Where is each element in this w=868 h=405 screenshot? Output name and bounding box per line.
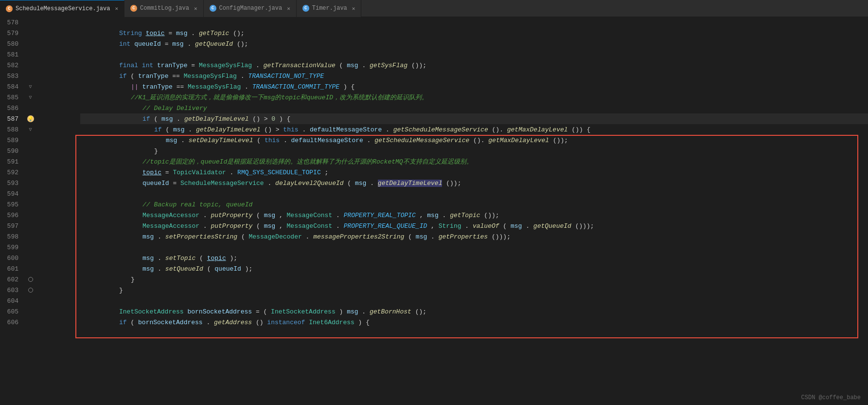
line-num-590: 590 <box>0 147 24 155</box>
gutter-icon-603 <box>24 288 36 293</box>
var-msg6: msg <box>166 137 177 144</box>
tab-close-1[interactable]: ✕ <box>115 5 118 12</box>
var-msg7: msg <box>355 180 366 187</box>
code-line-596: MessageAccessor . putProperty ( msg , Me… <box>80 210 868 221</box>
gutter-row-592: 592 <box>0 167 75 178</box>
comment-591: //topic是固定的，queueId是根据延迟级别选择的。这也就解释了为什么开… <box>142 158 473 166</box>
class-messagesysflag3: MessageSysFlag <box>188 83 241 91</box>
code-line-591: //topic是固定的，queueId是根据延迟级别选择的。这也就解释了为什么开… <box>80 156 868 167</box>
comment-k1: //K1_延识消息的实现方式，就是偷偷修改一下msg的topic和queueID… <box>131 94 428 101</box>
tab-config-manager[interactable]: C ConfigManager.java ✕ <box>204 0 297 17</box>
gutter-icon-587: 💡 <box>24 115 36 122</box>
var-msg: msg <box>176 30 187 37</box>
line-num-586: 586 <box>0 105 24 112</box>
var-bornsocketaddress2: bornSocketAddress <box>138 319 203 326</box>
keyword-if2: if <box>142 115 150 123</box>
class-topicvalidator: TopicValidator <box>173 169 226 176</box>
keyword-instanceof: instanceof <box>267 319 305 326</box>
gutter-row-599: 599 <box>0 242 75 253</box>
method-gettopic: getTopic <box>199 30 229 37</box>
line-num-601: 601 <box>0 265 24 273</box>
method-delaylevel2queueid: delayLevel2QueueId <box>275 180 343 187</box>
var-msg3: msg <box>347 62 358 69</box>
comment-backup: // Backup real topic, queueId <box>142 201 252 208</box>
code-line-600: msg . setTopic ( topic ); <box>80 253 868 263</box>
keyword-int2: int <box>142 62 153 69</box>
tab-icon-2: C <box>130 5 137 12</box>
line-num-595: 595 <box>0 201 24 208</box>
method-getqueueid: getQueueId <box>195 40 233 48</box>
code-line-606: if ( bornSocketAddress . getAddress () i… <box>80 317 868 328</box>
tab-schedule-message-service[interactable]: C ScheduleMessageService.java ✕ <box>0 0 124 17</box>
gutter-icon-588: ▽ <box>24 127 36 132</box>
method-gettransactionvalue: getTransactionValue <box>264 62 336 69</box>
var-msg14: msg <box>142 255 154 262</box>
lightbulb-icon-587[interactable]: 💡 <box>27 115 34 122</box>
var-msg2: msg <box>172 40 183 48</box>
method-setqueueid: setQueueId <box>165 265 203 273</box>
code-line-580: int queueId = msg . getQueueId (); <box>80 38 868 49</box>
breakpoint-circle-602[interactable] <box>28 277 33 282</box>
gutter-row-596: 596 <box>0 210 75 221</box>
line-num-600: 600 <box>0 255 24 262</box>
var-msg8: msg <box>264 212 275 219</box>
var-topic2: topic <box>142 169 161 176</box>
gutter-row-595: 595 <box>0 199 75 210</box>
tab-close-3[interactable]: ✕ <box>287 5 290 12</box>
var-trantype2: tranType <box>138 73 168 80</box>
gutter-row-584: 584 ▽ <box>0 81 75 92</box>
keyword-if4: if <box>119 319 127 326</box>
gutter-row-591: 591 <box>0 156 75 167</box>
method-getsysflag: getSysFlag <box>370 62 407 69</box>
line-num-602: 602 <box>0 276 24 283</box>
const-transaction-commit-type: TRANSACTION_COMMIT_TYPE <box>252 83 339 91</box>
keyword-if1: if <box>119 73 127 80</box>
code-content[interactable]: String topic = msg . getTopic (); int qu… <box>75 17 868 405</box>
gutter-row-578: 578 <box>0 17 75 28</box>
code-line-589: msg . setDelayTimeLevel ( this . default… <box>80 135 868 146</box>
line-num-579: 579 <box>0 30 24 37</box>
line-num-605: 605 <box>0 308 24 315</box>
class-messageaccessor1: MessageAccessor <box>142 212 199 219</box>
fold-arrow-588[interactable]: ▽ <box>29 127 32 132</box>
class-messageconst1: MessageConst <box>287 212 333 219</box>
var-queueid: queueId <box>134 40 161 48</box>
tab-close-4[interactable]: ✕ <box>352 5 355 12</box>
method-getmaxdelaylevel1: getMaxDelayLevel <box>507 126 568 133</box>
keyword-string: String <box>119 30 142 37</box>
line-num-585: 585 <box>0 94 24 101</box>
var-topic3: topic <box>207 255 226 262</box>
var-msg5: msg <box>173 126 184 133</box>
tab-icon-4: C <box>302 5 309 12</box>
class-messagesysflag: MessageSysFlag <box>199 62 252 69</box>
const-property-real-topic: PROPERTY_REAL_TOPIC <box>344 212 416 219</box>
tab-timer[interactable]: C Timer.java ✕ <box>297 0 362 17</box>
var-msg11: msg <box>511 222 522 230</box>
gutter-row-585: 585 ▽ <box>0 92 75 103</box>
code-line-593: queueId = ScheduleMessageService . delay… <box>80 178 868 188</box>
gutter-row-590: 590 <box>0 146 75 156</box>
code-line-583: if ( tranType == MessageSysFlag . TRANSA… <box>80 71 868 81</box>
code-line-594 <box>80 188 868 199</box>
code-line-585: //K1_延识消息的实现方式，就是偷偷修改一下msg的topic和queueID… <box>80 92 868 103</box>
method-putproperty2: putProperty <box>211 222 252 230</box>
method-getdelaytimelevel2: getDelayTimeLevel <box>196 126 261 133</box>
watermark: CSDN @coffee_babe <box>801 394 861 401</box>
line-num-584: 584 <box>0 83 24 91</box>
line-num-583: 583 <box>0 73 24 80</box>
fold-arrow-585[interactable]: ▽ <box>29 94 32 100</box>
breakpoint-circle-603[interactable] <box>28 288 33 293</box>
const-property-real-queue-id: PROPERTY_REAL_QUEUE_ID <box>344 222 427 230</box>
var-msg16: msg <box>347 308 358 315</box>
var-msg13: msg <box>416 233 427 240</box>
code-line-579: String topic = msg . getTopic (); <box>80 28 868 38</box>
code-line-601: msg . setQueueId ( queueId ); <box>80 263 868 274</box>
tab-close-2[interactable]: ✕ <box>194 5 197 12</box>
code-line-590: } <box>80 146 868 156</box>
fold-arrow-584[interactable]: ▽ <box>29 84 32 90</box>
gutter-icon-585: ▽ <box>24 94 36 100</box>
line-num-587: 587 <box>0 115 24 123</box>
class-schedulemessageservice: ScheduleMessageService <box>180 180 264 187</box>
line-num-589: 589 <box>0 137 24 144</box>
tab-commit-log[interactable]: C CommitLog.java ✕ <box>124 0 203 17</box>
